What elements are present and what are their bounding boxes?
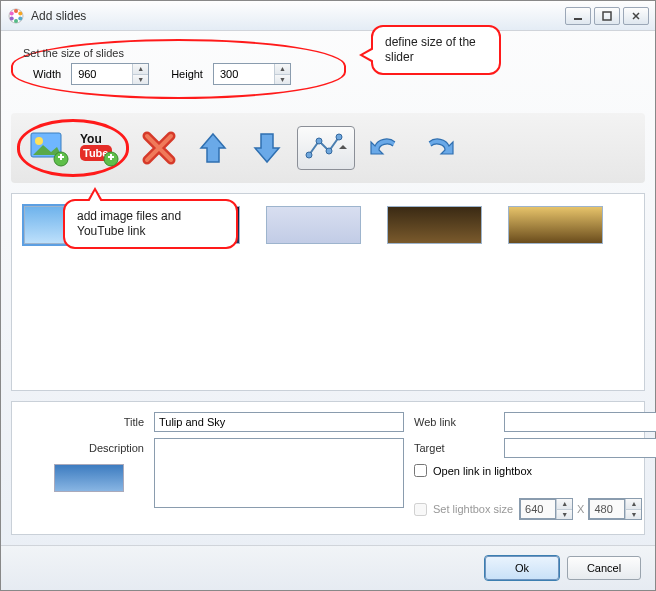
svg-rect-15 — [60, 154, 62, 160]
lightbox-width-stepper: ▲▼ — [519, 498, 573, 520]
cancel-button[interactable]: Cancel — [567, 556, 641, 580]
app-icon — [7, 7, 25, 25]
svg-point-12 — [35, 137, 43, 145]
svg-point-1 — [14, 9, 18, 13]
weblink-input[interactable] — [504, 412, 656, 432]
ok-button[interactable]: Ok — [485, 556, 559, 580]
svg-point-3 — [18, 16, 22, 20]
width-down[interactable]: ▼ — [133, 75, 148, 85]
height-input[interactable] — [214, 64, 274, 84]
dialog-footer: Ok Cancel — [1, 545, 655, 590]
open-lightbox-label: Open link in lightbox — [433, 465, 532, 477]
svg-rect-7 — [574, 18, 582, 20]
slide-size-group: Set the size of slides Width ▲▼ Height ▲… — [11, 39, 346, 99]
svg-point-4 — [14, 19, 18, 23]
svg-point-6 — [10, 11, 14, 15]
add-buttons-group: YouTube — [17, 119, 129, 177]
callout-size: define size of the slider — [371, 25, 501, 75]
svg-point-25 — [336, 134, 342, 140]
svg-point-2 — [18, 11, 22, 15]
height-down[interactable]: ▼ — [275, 75, 290, 85]
svg-point-24 — [326, 148, 332, 154]
lightbox-width-input — [520, 499, 556, 519]
window-title: Add slides — [31, 9, 565, 23]
description-label: Description — [24, 438, 144, 454]
lightbox-height-stepper: ▲▼ — [588, 498, 642, 520]
width-up[interactable]: ▲ — [133, 64, 148, 75]
close-button[interactable] — [623, 7, 649, 25]
set-lightbox-checkbox — [414, 503, 427, 516]
width-label: Width — [33, 68, 61, 80]
maximize-button[interactable] — [594, 7, 620, 25]
toolbar: YouTube — [11, 113, 645, 183]
redo-button[interactable] — [415, 124, 463, 172]
svg-point-5 — [10, 16, 14, 20]
svg-rect-8 — [603, 12, 611, 20]
height-stepper[interactable]: ▲▼ — [213, 63, 291, 85]
add-slides-dialog: Add slides define size of the slider Set… — [0, 0, 656, 591]
set-lightbox-label: Set lightbox size — [433, 503, 513, 515]
title-input[interactable] — [154, 412, 404, 432]
window-controls — [565, 7, 649, 25]
lightbox-height-input — [589, 499, 625, 519]
move-down-button[interactable] — [243, 124, 291, 172]
effects-button[interactable] — [297, 126, 355, 170]
titlebar: Add slides — [1, 1, 655, 31]
svg-rect-21 — [110, 154, 112, 160]
title-label: Title — [24, 412, 144, 428]
height-label: Height — [171, 68, 203, 80]
lightbox-sep: X — [577, 503, 584, 515]
add-youtube-button[interactable]: YouTube — [74, 124, 122, 172]
undo-button[interactable] — [361, 124, 409, 172]
height-up[interactable]: ▲ — [275, 64, 290, 75]
target-select[interactable] — [504, 438, 656, 458]
callout-add-text: add image files and YouTube link — [77, 209, 181, 238]
callout-add: add image files and YouTube link — [63, 199, 238, 249]
open-lightbox-checkbox[interactable] — [414, 464, 427, 477]
weblink-label: Web link — [414, 412, 494, 428]
svg-text:You: You — [80, 132, 102, 146]
minimize-button[interactable] — [565, 7, 591, 25]
width-input[interactable] — [72, 64, 132, 84]
thumbnail[interactable] — [387, 206, 482, 244]
target-label: Target — [414, 438, 494, 454]
callout-size-text: define size of the slider — [385, 35, 476, 64]
delete-button[interactable] — [135, 124, 183, 172]
svg-point-23 — [316, 138, 322, 144]
slide-details: Title Web link Description Target Open l… — [11, 401, 645, 535]
description-input[interactable] — [154, 438, 404, 508]
thumbnail[interactable] — [508, 206, 603, 244]
slide-preview — [54, 464, 124, 492]
move-up-button[interactable] — [189, 124, 237, 172]
width-stepper[interactable]: ▲▼ — [71, 63, 149, 85]
add-image-button[interactable] — [24, 124, 72, 172]
slide-size-legend: Set the size of slides — [23, 47, 334, 59]
svg-point-22 — [306, 152, 312, 158]
thumbnail[interactable] — [266, 206, 361, 244]
